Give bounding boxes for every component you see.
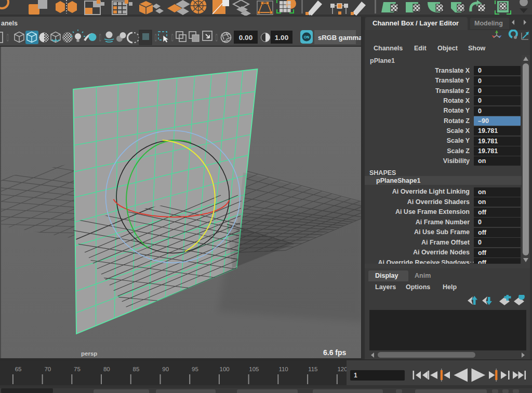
svg-text:sRGB gamma: sRGB gamma <box>318 34 362 42</box>
svg-text:105: 105 <box>249 366 259 372</box>
svg-text:65: 65 <box>15 366 22 372</box>
svg-text:0.00: 0.00 <box>239 34 252 42</box>
svg-text:115: 115 <box>308 366 317 372</box>
svg-text:1.00: 1.00 <box>275 34 288 42</box>
svg-text:75: 75 <box>74 366 81 372</box>
svg-text:90: 90 <box>162 366 169 372</box>
svg-text:95: 95 <box>192 366 198 372</box>
svg-text:80: 80 <box>103 366 110 372</box>
svg-text:110: 110 <box>278 366 288 372</box>
svg-text:120: 120 <box>337 366 347 372</box>
svg-text:70: 70 <box>44 366 51 372</box>
svg-text:85: 85 <box>133 366 140 372</box>
svg-text:100: 100 <box>220 366 230 372</box>
svg-text:ON: ON <box>304 35 310 39</box>
